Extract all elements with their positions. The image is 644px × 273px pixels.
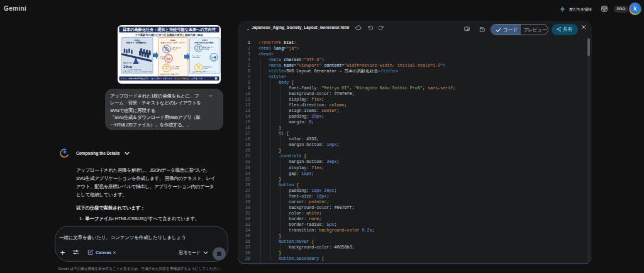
svg-text:【現状】: 【現状】 <box>133 39 141 42</box>
svg-text:介護・医療の: 介護・医療の <box>172 65 181 68</box>
svg-text:加速する「超高齢社会」: 加速する「超高齢社会」 <box>126 41 148 44</box>
svg-text:の実現: の実現 <box>203 67 208 70</box>
svg-text:日本の高齢化社会：現状と持続可能な未来への方向性: 日本の高齢化社会：現状と持続可能な未来への方向性 <box>123 27 216 32</box>
svg-text:多様な働き方と: 多様な働き方と <box>203 46 214 48</box>
svg-text:の減少: の減少 <box>172 49 177 51</box>
svg-text:【課題】: 【課題】 <box>169 39 177 42</box>
svg-text:社会参画: 社会参画 <box>203 48 209 50</box>
svg-text:社会システムへのインパクト: 社会システムへのインパクト <box>160 42 185 44</box>
svg-text:まとめ：特徴の持続可能性を高め、誰もが安心して暮らせる「活力: まとめ：特徴の持続可能性を高め、誰もが安心して暮らせる「活力ある高齢社会」を目指… <box>121 77 204 80</box>
svg-text:の増大: の増大 <box>160 57 165 60</box>
svg-text:持続可能な社会の構築へ: 持続可能な社会の構築へ <box>194 42 214 44</box>
svg-text:生産年齢人口: 生産年齢人口 <box>172 47 180 49</box>
svg-text:世界に類を見ないスピードで高齢化が進展。: 世界に類を見ないスピードで高齢化が進展。 <box>123 70 153 73</box>
svg-text:活用の推進: 活用の推進 <box>192 56 201 58</box>
svg-text:シニアは世界でも突出傾向、: シニアは世界でも突出傾向、 <box>123 69 143 71</box>
svg-text:【対応】: 【対応】 <box>201 39 209 42</box>
svg-text:生産界の活性と承継が停滞: 生産界の活性と承継が停滞 <box>160 73 179 75</box>
svg-text:担い手不足: 担い手不足 <box>172 67 180 70</box>
